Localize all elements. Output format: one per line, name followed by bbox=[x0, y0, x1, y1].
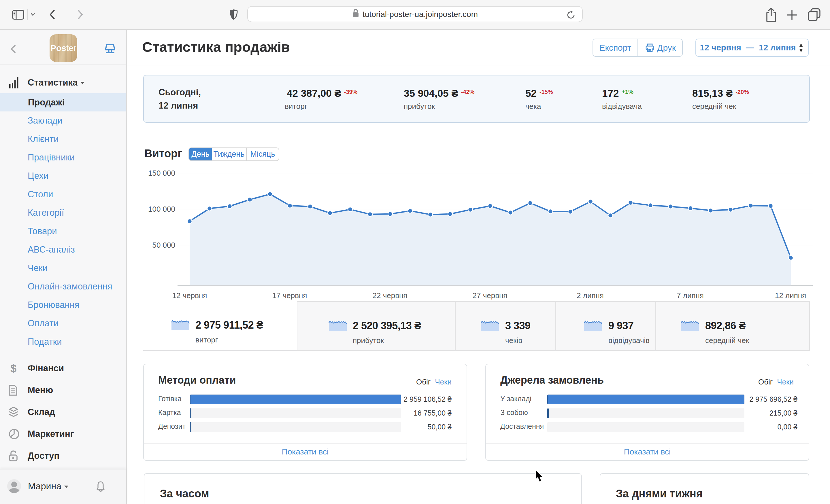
svg-text:100 000: 100 000 bbox=[148, 205, 175, 213]
svg-text:27 червня: 27 червня bbox=[473, 291, 508, 300]
svg-text:2 липня: 2 липня bbox=[577, 291, 604, 300]
svg-text:150 000: 150 000 bbox=[148, 169, 175, 177]
svg-text:50 000: 50 000 bbox=[152, 241, 175, 249]
svg-text:22 червня: 22 червня bbox=[373, 291, 408, 300]
svg-text:7 липня: 7 липня bbox=[677, 291, 704, 300]
svg-text:12 липня: 12 липня bbox=[775, 291, 806, 300]
svg-text:17 червня: 17 червня bbox=[272, 291, 307, 300]
svg-text:12 червня: 12 червня bbox=[172, 291, 207, 300]
